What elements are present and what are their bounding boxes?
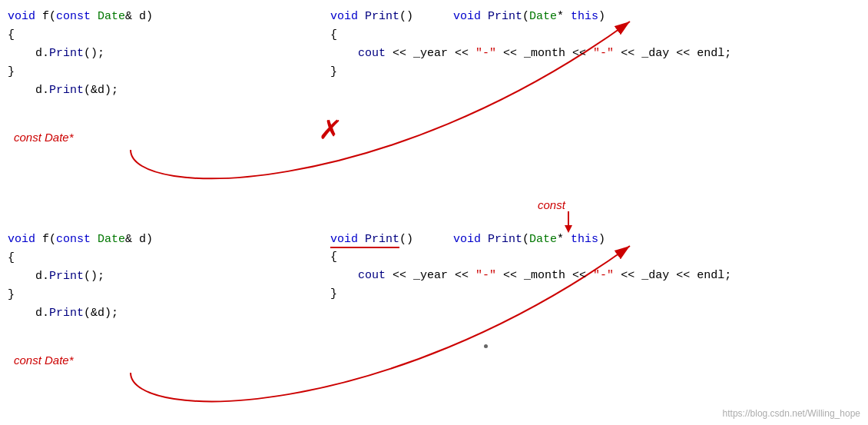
code-line-2: { <box>8 26 153 45</box>
top-right-label: void Print(Date* this) <box>453 8 605 26</box>
bottom-code-line-1: void f(const Date& d) <box>8 231 153 249</box>
bottom-print-brace-open: { <box>330 248 731 267</box>
bottom-code-line-4: } <box>8 286 153 304</box>
bottom-right-label: void Print(Date* this) <box>453 231 605 249</box>
bottom-print-cout: cout << _year << "-" << _month << "-" <<… <box>330 267 731 285</box>
top-print-brace-close: } <box>330 63 731 81</box>
watermark: https://blog.csdn.net/Willing_hope <box>723 408 860 419</box>
bottom-code-line-3: d.Print(); <box>8 267 153 286</box>
bottom-left-code: void f(const Date& d) { d.Print(); } d.P… <box>8 231 153 323</box>
const-label: const <box>538 198 565 211</box>
bottom-print-brace-close: } <box>330 285 731 304</box>
top-left-annotation: const Date* <box>14 131 74 144</box>
bottom-code-line-2: { <box>8 249 153 267</box>
code-line-3: d.Print(); <box>8 45 153 63</box>
cross-mark: ✗ <box>317 113 343 147</box>
top-print-brace-open: { <box>330 26 731 45</box>
code-line-4: } <box>8 63 153 81</box>
top-print-cout: cout << _year << "-" << _month << "-" <<… <box>330 45 731 63</box>
bottom-left-annotation: const Date* <box>14 354 74 367</box>
dot-marker <box>484 344 488 348</box>
top-left-code: void f(const Date& d) { d.Print(); } d.P… <box>8 8 153 100</box>
bottom-code-line-5: d.Print(&d); <box>8 304 153 323</box>
code-line-5: d.Print(&d); <box>8 81 153 100</box>
code-line-1: void f(const Date& d) <box>8 8 153 26</box>
